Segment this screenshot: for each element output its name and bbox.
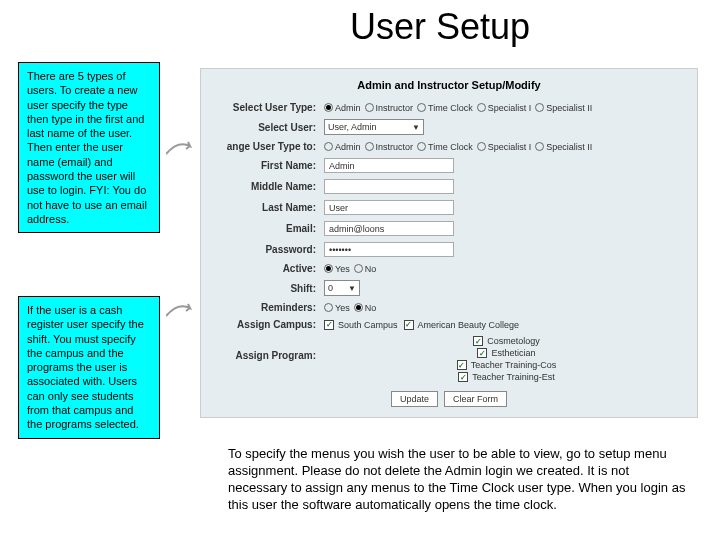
radio-icon[interactable] (354, 264, 363, 273)
radio-icon[interactable] (324, 142, 333, 151)
label-shift: Shift: (209, 283, 324, 294)
label-password: Password: (209, 244, 324, 255)
panel-heading: Admin and Instructor Setup/Modify (209, 73, 689, 99)
radio-icon[interactable] (324, 103, 333, 112)
first-name-field[interactable]: Admin (324, 158, 454, 173)
chevron-down-icon: ▼ (412, 123, 420, 132)
update-button[interactable]: Update (391, 391, 438, 407)
email-field[interactable]: admin@loons (324, 221, 454, 236)
label-active: Active: (209, 263, 324, 274)
password-field[interactable]: ••••••• (324, 242, 454, 257)
label-assign-campus: Assign Campus: (209, 319, 324, 330)
clear-form-button[interactable]: Clear Form (444, 391, 507, 407)
checkbox-icon[interactable] (477, 348, 487, 358)
arrow-icon (166, 302, 196, 318)
callout-user-types: There are 5 types of users. To create a … (18, 62, 160, 233)
radio-icon[interactable] (417, 103, 426, 112)
label-change-type: ange User Type to: (209, 141, 324, 152)
checkbox-icon[interactable] (458, 372, 468, 382)
checkbox-icon[interactable] (473, 336, 483, 346)
radio-icon[interactable] (477, 103, 486, 112)
label-email: Email: (209, 223, 324, 234)
radio-group-change-type[interactable]: Admin Instructor Time Clock Specialist I… (324, 142, 689, 152)
label-assign-program: Assign Program: (209, 336, 324, 361)
page-title: User Setup (0, 0, 720, 48)
checkbox-group-campus[interactable]: South Campus American Beauty College (324, 320, 689, 330)
label-last-name: Last Name: (209, 202, 324, 213)
radio-icon[interactable] (477, 142, 486, 151)
callout-shift-campus: If the user is a cash register user spec… (18, 296, 160, 439)
radio-group-active[interactable]: Yes No (324, 264, 689, 274)
label-select-user-type: Select User Type: (209, 102, 324, 113)
middle-name-field[interactable] (324, 179, 454, 194)
shift-dropdown[interactable]: 0 ▼ (324, 280, 360, 296)
label-first-name: First Name: (209, 160, 324, 171)
radio-icon[interactable] (324, 264, 333, 273)
radio-icon[interactable] (324, 303, 333, 312)
label-select-user: Select User: (209, 122, 324, 133)
radio-icon[interactable] (535, 142, 544, 151)
select-user-dropdown[interactable]: User, Admin ▼ (324, 119, 424, 135)
label-middle-name: Middle Name: (209, 181, 324, 192)
checkbox-icon[interactable] (457, 360, 467, 370)
arrow-icon (166, 140, 196, 156)
label-reminders: Reminders: (209, 302, 324, 313)
checkbox-icon[interactable] (404, 320, 414, 330)
checkbox-group-program[interactable]: Cosmetology Esthetician Teacher Training… (324, 336, 689, 382)
radio-icon[interactable] (417, 142, 426, 151)
radio-icon[interactable] (354, 303, 363, 312)
radio-icon[interactable] (365, 142, 374, 151)
last-name-field[interactable]: User (324, 200, 454, 215)
radio-icon[interactable] (535, 103, 544, 112)
radio-group-reminders[interactable]: Yes No (324, 303, 689, 313)
radio-icon[interactable] (365, 103, 374, 112)
checkbox-icon[interactable] (324, 320, 334, 330)
user-setup-panel: Admin and Instructor Setup/Modify Select… (200, 68, 698, 418)
radio-group-user-type[interactable]: Admin Instructor Time Clock Specialist I… (324, 103, 689, 113)
chevron-down-icon: ▼ (348, 284, 356, 293)
footnote-text: To specify the menus you wish the user t… (228, 446, 690, 514)
